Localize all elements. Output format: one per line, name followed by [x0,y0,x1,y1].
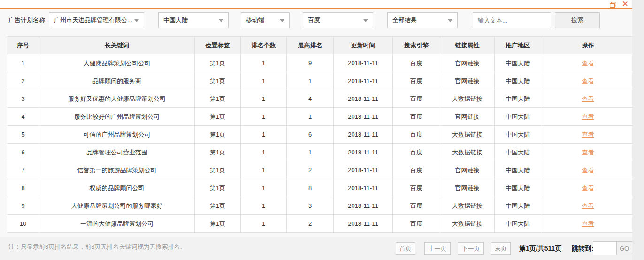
cell-rank-count: 1 [241,126,287,144]
cell-rank-count: 1 [241,54,287,72]
region-select[interactable]: 中国大陆 [158,12,229,28]
column-header: 推广地区 [495,37,541,54]
cell-link-type: 大数据链接 [440,215,495,233]
column-header: 最高排名 [287,37,334,54]
cell-region: 中国大陆 [495,161,541,179]
cell-link-type: 官网链接 [440,161,495,179]
cell-link-type: 官网链接 [440,108,495,126]
table-row: 3服务好又优惠的大健康品牌策划公司第1页142018-11-11百度大数据链接中… [7,90,635,108]
search-button[interactable]: 搜索 [555,12,600,28]
keyword-rank-table: 序号长关键词位置标签排名个数最高排名更新时间搜索引擎链接属性推广地区操作 1大健… [7,36,635,233]
cell-index: 1 [7,54,39,72]
footer-bar: 注：只显示前3页排名结果，前3页无排名关键词视为无搜索排名。 首页 上一页 下一… [0,237,632,260]
table-row: 4服务比较好的广州品牌策划公司第1页112018-11-11百度官网链接中国大陆… [7,108,635,126]
cell-region: 中国大陆 [495,179,541,197]
chevron-down-icon [219,19,223,22]
campaign-name-label: 广告计划名称: [8,12,47,28]
go-button[interactable]: GO [616,242,632,255]
view-link[interactable]: 查看 [582,77,594,84]
cell-page-label: 第1页 [195,197,241,215]
cell-action: 查看 [541,179,635,197]
table-row: 10一流的大健康品牌策划公司第1页122018-11-11百度大数据链接中国大陆… [7,215,635,233]
column-header: 链接属性 [440,37,495,54]
device-select[interactable]: 移动端 [241,12,290,28]
cell-index: 4 [7,108,39,126]
pagination-last-button[interactable]: 末页 [491,242,511,255]
close-icon[interactable]: ✕ [622,1,629,8]
cell-action: 查看 [541,54,635,72]
table-row: 6品牌管理公司营业范围第1页112018-11-11百度大数据链接中国大陆查看 [7,144,635,161]
chevron-down-icon [363,19,368,22]
cell-best-rank: 1 [287,144,334,161]
search-input[interactable] [473,12,551,28]
cell-rank-count: 1 [241,72,287,90]
table-row: 1大健康品牌策划公司公司第1页192018-11-11百度官网链接中国大陆查看 [7,54,635,72]
view-link[interactable]: 查看 [582,167,594,174]
view-link[interactable]: 查看 [582,131,594,138]
cell-keyword: 品牌顾问的服务商 [39,72,195,90]
pagination-first-button[interactable]: 首页 [396,242,415,255]
chevron-down-icon [134,19,139,22]
table-row: 8权威的品牌顾问公司第1页182018-11-11百度官网链接中国大陆查看 [7,179,635,197]
cell-region: 中国大陆 [495,215,541,233]
cell-best-rank: 9 [287,54,334,72]
cell-keyword: 可信的广州品牌策划公司 [39,126,195,144]
cell-update-time: 2018-11-11 [334,179,393,197]
cell-page-label: 第1页 [195,161,241,179]
cell-search-engine: 百度 [393,215,440,233]
cell-index: 6 [7,144,39,161]
cell-search-engine: 百度 [393,54,440,72]
pagination-next-button[interactable]: 下一页 [458,242,484,255]
titlebar [0,0,632,8]
cell-region: 中国大陆 [495,197,541,215]
app-window: ✕ 广告计划名称: 广州市天进品牌管理有限公... 中国大陆 移动端 百度 全部… [0,0,632,260]
cell-link-type: 官网链接 [440,179,495,197]
column-header: 搜索引擎 [393,37,440,54]
view-link[interactable]: 查看 [582,220,594,227]
cell-search-engine: 百度 [393,108,440,126]
cell-search-engine: 百度 [393,179,440,197]
engine-select-value: 百度 [308,16,320,24]
cell-index: 9 [7,197,39,215]
cell-link-type: 大数据链接 [440,126,495,144]
cell-action: 查看 [541,144,635,161]
chevron-down-icon [448,19,452,22]
view-link[interactable]: 查看 [582,184,594,191]
view-link[interactable]: 查看 [582,202,594,209]
column-header: 操作 [541,37,635,54]
cell-link-type: 大数据链接 [440,144,495,161]
cell-link-type: 官网链接 [440,54,495,72]
cell-keyword: 服务好又优惠的大健康品牌策划公司 [39,90,195,108]
cell-link-type: 官网链接 [440,72,495,90]
view-link[interactable]: 查看 [582,95,594,102]
jump-box: GO [593,241,632,255]
view-link[interactable]: 查看 [582,60,594,67]
cell-region: 中国大陆 [495,126,541,144]
cell-page-label: 第1页 [195,90,241,108]
cell-region: 中国大陆 [495,144,541,161]
jump-page-input[interactable] [593,242,616,255]
pagination-prev-button[interactable]: 上一页 [424,242,451,255]
cell-search-engine: 百度 [393,126,440,144]
cell-update-time: 2018-11-11 [334,126,393,144]
cell-keyword: 服务比较好的广州品牌策划公司 [39,108,195,126]
footer-note: 注：只显示前3页排名结果，前3页无排名关键词视为无搜索排名。 [8,237,186,257]
cell-region: 中国大陆 [495,108,541,126]
cell-index: 8 [7,179,39,197]
cell-search-engine: 百度 [393,72,440,90]
cell-rank-count: 1 [241,144,287,161]
cell-page-label: 第1页 [195,108,241,126]
device-select-value: 移动端 [246,16,264,24]
engine-select[interactable]: 百度 [303,12,373,28]
cell-page-label: 第1页 [195,126,241,144]
restore-window-icon[interactable] [610,1,616,8]
cell-keyword: 一流的大健康品牌策划公司 [39,215,195,233]
campaign-select[interactable]: 广州市天进品牌管理有限公... [49,12,144,28]
view-link[interactable]: 查看 [582,149,594,156]
cell-best-rank: 8 [287,179,334,197]
result-scope-select[interactable]: 全部结果 [387,12,458,28]
chevron-down-icon [280,19,284,22]
cell-rank-count: 1 [241,179,287,197]
view-link[interactable]: 查看 [582,113,594,120]
cell-action: 查看 [541,161,635,179]
